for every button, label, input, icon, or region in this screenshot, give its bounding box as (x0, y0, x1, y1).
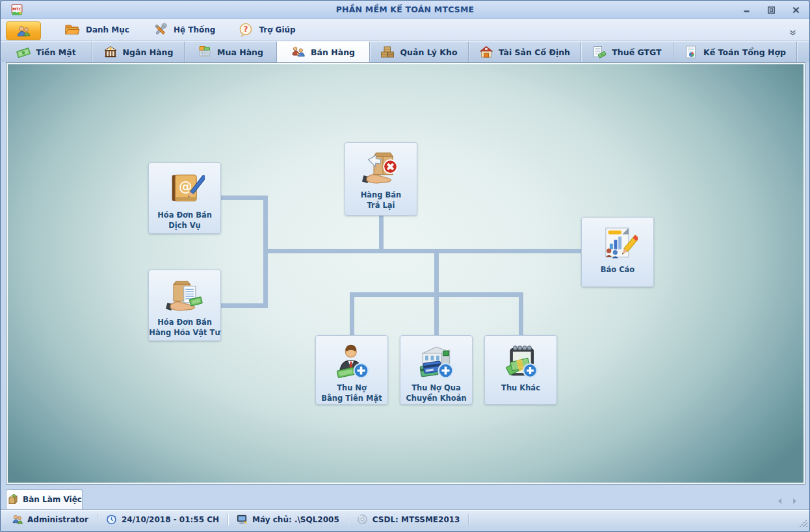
tab-quan-ly-kho[interactable]: Quản Lý Kho (370, 42, 469, 62)
node-hang-ban-tra-lai[interactable]: Hàng Bán Trả Lại (345, 142, 417, 216)
tab-tai-san-co-dinh[interactable]: Tài Sản Cố Định (469, 42, 581, 62)
close-button[interactable] (791, 5, 800, 14)
scroll-left-arrow-icon[interactable] (777, 495, 783, 507)
status-server: Máy chủ: .\SQL2005 (228, 514, 348, 526)
node-hoa-don-ban-hang-hoa-vat-tu[interactable]: Hóa Đơn Bán Hàng Hóa Vật Tư (148, 270, 221, 341)
cashier-icon (332, 342, 372, 380)
bank-icon (103, 45, 118, 58)
bank-transfer-icon (416, 342, 456, 380)
home-users-button[interactable] (6, 21, 41, 40)
node-thu-no-bang-tien-mat[interactable]: Thu Nợ Bằng Tiền Mặt (315, 335, 388, 405)
node-hoa-don-ban-dich-vu[interactable]: @ Hóa Đơn Bán Dịch Vụ (148, 162, 221, 234)
status-database-label: CSDL: MTSSME2013 (372, 515, 460, 524)
tab-strip-filler (797, 42, 809, 62)
module-tab-strip: Tiền Mặt Ngân Hàng Mua Hàng (1, 41, 809, 62)
status-datetime: 24/10/2018 - 01:55 CH (98, 514, 228, 526)
node-label: Thu Khác (501, 383, 540, 393)
clock-icon (106, 514, 117, 525)
tools-icon (153, 23, 168, 37)
menu-item-label: Danh Mục (86, 25, 129, 34)
tab-label: Bán Hàng (311, 47, 355, 57)
tab-ke-toan-tong-hop[interactable]: Kế Toán Tổng Hợp (673, 42, 797, 62)
resize-grip[interactable] (800, 519, 807, 527)
status-database: CSDL: MTSSME2013 (348, 514, 469, 526)
connector-line (350, 292, 523, 297)
cd-database-icon (357, 514, 368, 525)
tab-label: Quản Lý Kho (400, 47, 457, 57)
menu-item-danh-muc[interactable]: Danh Mục (64, 23, 129, 36)
status-server-label: Máy chủ: .\SQL2005 (252, 515, 339, 524)
tab-ban-hang[interactable]: Bán Hàng (277, 42, 370, 62)
tab-label: Tài Sản Cố Định (499, 47, 570, 57)
menu-item-label: Hệ Thống (174, 25, 215, 34)
sales-people-icon (291, 45, 306, 58)
tab-tien-mat[interactable]: Tiền Mặt (1, 42, 92, 62)
help-icon: ? (239, 23, 253, 37)
menu-item-he-thong[interactable]: Hệ Thống (153, 23, 215, 37)
svg-text:?: ? (244, 25, 248, 34)
app-window: MTC PHẦN MỀM KẾ TOÁN MTCSME (0, 0, 810, 532)
node-label: Thu Nợ Qua Chuyển Khoản (406, 383, 466, 403)
general-ledger-icon (684, 45, 698, 58)
cash-clipboard-icon (501, 342, 541, 380)
svg-text:@: @ (179, 179, 192, 194)
status-bar: Administrator 24/10/2018 - 01:55 CH Máy … (1, 509, 809, 529)
connector-line (379, 216, 384, 249)
connector-line (350, 297, 354, 335)
tab-ngan-hang[interactable]: Ngân Hàng (92, 42, 185, 62)
title-bar: MTC PHẦN MỀM KẾ TOÁN MTCSME (1, 1, 809, 19)
tab-label: Ngân Hàng (123, 47, 174, 57)
status-datetime-label: 24/10/2018 - 01:55 CH (122, 515, 219, 524)
node-label: Hàng Bán Trả Lại (361, 190, 402, 210)
connector-line (263, 249, 581, 253)
cash-icon (16, 45, 31, 58)
warehouse-icon (380, 45, 395, 58)
node-thu-khac[interactable]: Thu Khác (484, 335, 557, 405)
tab-label: Mua Hàng (217, 47, 263, 57)
fixed-asset-house-icon (479, 45, 493, 58)
node-label: Hóa Đơn Bán Dịch Vụ (157, 210, 212, 231)
status-user-label: Administrator (27, 515, 88, 524)
tab-thue-gtgt[interactable]: Thuế GTGT (581, 42, 673, 62)
window-title: PHẦN MỀM KẾ TOÁN MTCSME (1, 5, 809, 14)
scroll-right-arrow-icon[interactable] (792, 495, 798, 507)
node-thu-no-qua-chuyen-khoan[interactable]: Thu Nợ Qua Chuyển Khoản (400, 335, 473, 405)
tab-ban-lam-viec[interactable]: Bàn Làm Việc (6, 489, 83, 509)
report-icon (597, 224, 638, 262)
vat-tax-icon (592, 45, 607, 58)
minimize-button[interactable] (742, 5, 751, 14)
doctab-label: Bàn Làm Việc (23, 495, 82, 504)
user-icon (12, 514, 23, 525)
purchase-basket-icon (198, 45, 212, 58)
users-icon (16, 24, 31, 37)
ribbon-collapse-chevron-icon[interactable] (789, 26, 796, 38)
folder-icon (64, 23, 80, 36)
tab-label: Thuế GTGT (612, 47, 661, 57)
node-label: Báo Cáo (601, 264, 635, 275)
maximize-button[interactable] (766, 5, 776, 14)
connector-line (519, 297, 523, 335)
invoice-box-icon (164, 277, 205, 314)
tab-label: Tiền Mặt (36, 47, 75, 57)
node-label: Hóa Đơn Bán Hàng Hóa Vật Tư (149, 317, 220, 338)
node-bao-cao[interactable]: Báo Cáo (581, 217, 654, 287)
workspace-icon (7, 494, 18, 505)
node-label: Thu Nợ Bằng Tiền Mặt (321, 383, 382, 403)
status-user: Administrator (3, 514, 98, 526)
menu-bar: Danh Mục Hệ Thống ? Trợ Giúp (1, 19, 809, 41)
connector-line (221, 196, 265, 200)
tab-label: Kế Toán Tổng Hợp (703, 47, 786, 57)
workspace-canvas: @ Hóa Đơn Bán Dịch Vụ Hàng Bán (6, 62, 805, 485)
server-icon (237, 514, 248, 525)
return-box-icon (361, 149, 401, 187)
document-tab-row: Bàn Làm Việc (1, 489, 809, 509)
address-book-icon: @ (164, 170, 205, 207)
connector-line (221, 303, 263, 308)
menu-item-tro-giup[interactable]: ? Trợ Giúp (239, 23, 295, 37)
menu-item-label: Trợ Giúp (259, 25, 295, 34)
tab-mua-hang[interactable]: Mua Hàng (185, 42, 277, 62)
